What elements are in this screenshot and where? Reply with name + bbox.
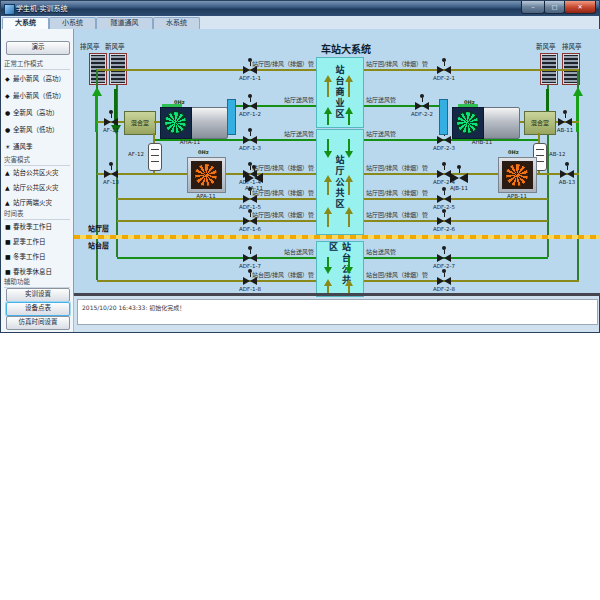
damper-icon[interactable]: AB-13 bbox=[559, 162, 575, 178]
device-point-table-button[interactable]: 设备点表 bbox=[6, 302, 70, 316]
pipe bbox=[362, 280, 579, 282]
section-header-timetable: 时间表 bbox=[4, 210, 70, 220]
sidebar-item-min-fresh-low[interactable]: ◆最小新风（低功） bbox=[5, 90, 71, 101]
fresh-shaft-label: 新风亭 bbox=[105, 41, 125, 51]
damper-icon[interactable]: ADF-1-7 bbox=[242, 246, 258, 262]
training-settings-button[interactable]: 实训设置 bbox=[6, 288, 70, 302]
supply-arrow-icon bbox=[324, 107, 332, 114]
item-label: 春秋季工作日 bbox=[13, 223, 52, 231]
return-arrow-icon bbox=[345, 279, 353, 286]
sidebar-item-spring-autumn-workday[interactable]: ■春秋季工作日 bbox=[5, 221, 71, 232]
supply-arrow-icon bbox=[345, 107, 353, 114]
damper-icon[interactable]: ADF-1-2 bbox=[242, 94, 258, 110]
sidebar-item-spring-autumn-restday[interactable]: ■春秋季休息日 bbox=[5, 266, 71, 277]
pipe bbox=[362, 173, 579, 175]
duct-label: 站厅送风管 bbox=[284, 130, 314, 137]
pipe bbox=[362, 220, 548, 222]
level-separator bbox=[74, 235, 600, 239]
simulation-time-button[interactable]: 仿真时间设置 bbox=[6, 316, 70, 330]
fan-icon: ◆ bbox=[5, 90, 13, 101]
calendar-icon: ■ bbox=[5, 251, 13, 262]
damper-icon[interactable]: ADF-2-2 bbox=[414, 94, 430, 110]
damper-icon[interactable]: AF-11 bbox=[103, 110, 119, 126]
sidebar-item-min-fresh-high[interactable]: ◆最小新风（高功） bbox=[5, 73, 71, 84]
damper-icon[interactable]: ADF-1-6 bbox=[242, 209, 258, 225]
sidebar-item-winter-workday[interactable]: ■冬季工作日 bbox=[5, 251, 71, 262]
duct-label: 站台回/排风（排烟）管 bbox=[366, 271, 428, 278]
sidebar-item-vent-season[interactable]: ☀通风季 bbox=[5, 141, 71, 152]
duct-label: 站厅送风管 bbox=[366, 130, 396, 137]
sidebar-item-platform-fire[interactable]: ▲站台公共区火灾 bbox=[5, 167, 71, 178]
demo-button[interactable]: 演示 bbox=[6, 41, 70, 55]
zone-hall-public: 站厅公共区 bbox=[316, 129, 364, 235]
sidebar-item-hall-ends-fire[interactable]: ▲站厅两端火灾 bbox=[5, 197, 71, 208]
damper-icon[interactable]: ADF-1-1 bbox=[242, 58, 258, 74]
return-arrow-stem bbox=[327, 214, 329, 227]
sidebar-item-full-fresh-low[interactable]: ●全新风（低功） bbox=[5, 124, 71, 135]
mixing-chamber[interactable]: 混合室 bbox=[124, 111, 156, 135]
return-fan-impeller-icon bbox=[194, 163, 218, 187]
duct-label: 站厅回/排风（排烟）管 bbox=[366, 60, 428, 67]
close-button[interactable]: ✕ bbox=[564, 1, 596, 14]
damper-icon[interactable]: ADF-2-1 bbox=[436, 58, 452, 74]
raf-frequency: 0Hz bbox=[198, 149, 209, 155]
fan-icon: ● bbox=[5, 124, 13, 135]
damper-code: AB-12 bbox=[549, 151, 575, 157]
duct-label: 站台送风管 bbox=[284, 248, 314, 255]
fresh-shaft-label: 新风亭 bbox=[536, 41, 556, 51]
damper-icon[interactable]: ADF-2-6 bbox=[436, 209, 452, 225]
supply-arrow-icon bbox=[345, 267, 353, 274]
sidebar-item-hall-fire[interactable]: ▲站厅公共区火灾 bbox=[5, 182, 71, 193]
sidebar: 演示 正常工作模式 ◆最小新风（高功） ◆最小新风（低功） ●全新风（高功） ●… bbox=[1, 29, 74, 332]
app-window: 学生机-实训系统 – □ ✕ 大系统 小系统 隧道通风 水系统 演示 正常工作模… bbox=[0, 0, 600, 333]
damper-icon[interactable]: ADF-2-8 bbox=[436, 269, 452, 285]
pipe bbox=[97, 280, 316, 282]
return-arrow-icon bbox=[345, 207, 353, 214]
item-label: 夏季工作日 bbox=[13, 238, 46, 246]
damper-icon[interactable]: AB-11 bbox=[557, 110, 573, 126]
sidebar-item-full-fresh-high[interactable]: ●全新风（高功） bbox=[5, 107, 71, 118]
damper-icon[interactable]: ADF-2-7 bbox=[436, 246, 452, 262]
section-header-auxiliary: 辅助功能 bbox=[4, 278, 70, 288]
damper-code: ADF-2-1 bbox=[430, 75, 458, 81]
minimize-button[interactable]: – bbox=[521, 1, 545, 14]
fire-icon: ▲ bbox=[5, 182, 13, 193]
damper-icon[interactable]: ADF-1-8 bbox=[242, 269, 258, 285]
zone-platform-commercial: 站台商业区 bbox=[316, 57, 364, 128]
valve-code: AJA-11 bbox=[239, 185, 269, 191]
sidebar-item-summer-workday[interactable]: ■夏季工作日 bbox=[5, 236, 71, 247]
maximize-button[interactable]: □ bbox=[544, 1, 565, 14]
tab-tunnel-vent[interactable]: 隧道通风 bbox=[96, 17, 153, 29]
hvac-diagram: 车站大系统 排风亭 新风亭 新风亭 排风亭 bbox=[73, 29, 600, 296]
damper-code: AB-13 bbox=[553, 179, 581, 185]
damper-icon[interactable]: AF-13 bbox=[103, 162, 119, 178]
fan-icon: ◆ bbox=[5, 73, 13, 84]
supply-arrow-stem bbox=[348, 139, 350, 151]
supply-arrow-stem bbox=[327, 114, 329, 125]
section-header-normal-mode: 正常工作模式 bbox=[4, 60, 70, 70]
duct-label: 站厅回/排风（排烟）管 bbox=[252, 60, 314, 67]
item-label: 最小新风（低功） bbox=[13, 92, 65, 100]
tab-water-system[interactable]: 水系统 bbox=[153, 17, 200, 29]
vertical-damper-icon[interactable] bbox=[148, 143, 162, 171]
ahu-code: AHB-11 bbox=[462, 139, 502, 145]
item-label: 站厅两端火灾 bbox=[13, 199, 52, 207]
item-label: 通风季 bbox=[13, 143, 33, 151]
butterfly-valve-icon[interactable]: AJA-11 bbox=[244, 165, 264, 183]
pipe bbox=[362, 69, 579, 71]
event-log[interactable]: 2015/10/20 16:43:33: 初始化完成！ bbox=[77, 299, 598, 325]
mixing-chamber[interactable]: 混合室 bbox=[524, 111, 556, 135]
item-label: 最小新风（高功） bbox=[13, 75, 65, 83]
damper-icon[interactable]: ADF-1-3 bbox=[242, 128, 258, 144]
exhaust-shaft-label: 排风亭 bbox=[80, 41, 100, 51]
tab-small-system[interactable]: 小系统 bbox=[49, 17, 96, 29]
platform-level-label: 站台层 bbox=[88, 240, 109, 250]
damper-code: ADF-1-2 bbox=[236, 111, 264, 117]
supply-arrow-icon bbox=[345, 151, 353, 158]
butterfly-valve-icon[interactable]: AJB-11 bbox=[449, 165, 469, 183]
return-arrow-icon bbox=[345, 75, 353, 82]
return-arrow-icon bbox=[345, 175, 353, 182]
damper-code: ADF-2-6 bbox=[430, 226, 458, 232]
damper-code: ADF-2-8 bbox=[430, 286, 458, 292]
title-bar[interactable]: 学生机-实训系统 – □ ✕ bbox=[1, 1, 599, 16]
